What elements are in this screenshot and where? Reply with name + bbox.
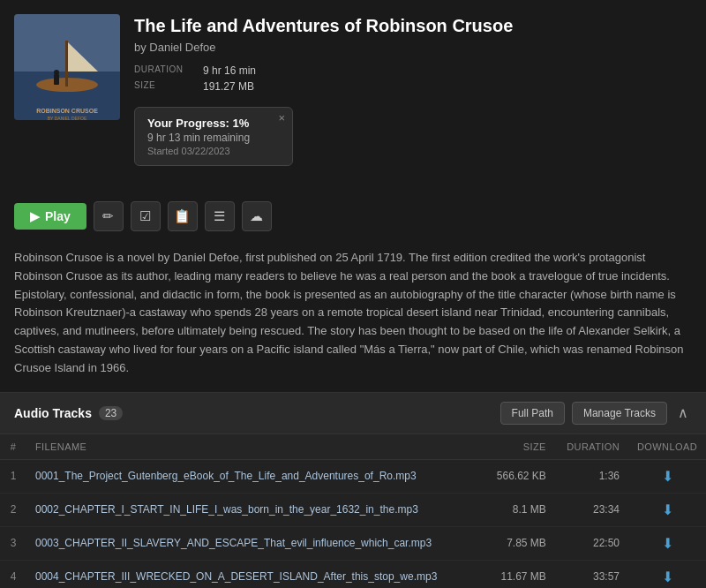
equalizer-button[interactable]: ☰	[205, 201, 235, 231]
bookmark-icon: 📋	[174, 208, 191, 224]
duration-label: DURATION	[134, 64, 196, 77]
track-num: 2	[0, 493, 26, 526]
svg-text:ROBINSON CRUSOE: ROBINSON CRUSOE	[36, 108, 98, 114]
col-filename: Filename	[26, 434, 485, 460]
top-section: ROBINSON CRUSOE BY DANIEL DEFOE The Life…	[0, 0, 706, 191]
equalizer-icon: ☰	[214, 208, 225, 224]
play-button[interactable]: ▶ Play	[14, 203, 86, 230]
full-path-button[interactable]: Full Path	[500, 402, 565, 425]
collapse-icon[interactable]: ∧	[674, 404, 692, 421]
tracks-table: # Filename Size Duration Download 1 0001…	[0, 434, 706, 588]
rss-icon: ☁	[250, 208, 263, 224]
rss-button[interactable]: ☁	[242, 201, 272, 231]
track-num: 4	[0, 560, 26, 588]
progress-popup: × Your Progress: 1% 9 hr 13 min remainin…	[134, 107, 293, 166]
track-size: 7.85 MB	[485, 526, 555, 560]
col-download: Download	[628, 434, 706, 460]
table-row: 1 0001_The_Project_Gutenberg_eBook_of_Th…	[0, 459, 706, 493]
progress-title: Your Progress: 1%	[147, 117, 280, 130]
track-download-cell: ⬇	[628, 493, 706, 526]
table-row: 3 0003_CHAPTER_II_SLAVERY_AND_ESCAPE_Tha…	[0, 526, 706, 560]
track-download-cell: ⬇	[628, 526, 706, 560]
size-row: SIZE 191.27 MB	[134, 80, 692, 93]
track-duration: 1:36	[555, 459, 628, 493]
play-icon: ▶	[30, 209, 40, 223]
track-filename[interactable]: 0001_The_Project_Gutenberg_eBook_of_The_…	[26, 459, 485, 493]
progress-remaining: 9 hr 13 min remaining	[147, 132, 280, 144]
size-label: SIZE	[134, 80, 196, 93]
track-filename[interactable]: 0004_CHAPTER_III_WRECKED_ON_A_DESERT_ISL…	[26, 560, 485, 588]
duration-row: DURATION 9 hr 16 min	[134, 64, 692, 77]
tracks-header: Audio Tracks 23 Full Path Manage Tracks …	[0, 393, 706, 434]
progress-started: Started 03/22/2023	[147, 146, 280, 156]
book-info: The Life and Adventures of Robinson Crus…	[134, 14, 692, 177]
track-download-cell: ⬇	[628, 560, 706, 588]
track-download-cell: ⬇	[628, 459, 706, 493]
download-icon[interactable]: ⬇	[662, 569, 673, 584]
cover-image: ROBINSON CRUSOE BY DANIEL DEFOE	[14, 14, 120, 120]
track-filename[interactable]: 0003_CHAPTER_II_SLAVERY_AND_ESCAPE_That_…	[26, 526, 485, 560]
tracks-header-right: Full Path Manage Tracks ∧	[500, 402, 692, 425]
book-title: The Life and Adventures of Robinson Crus…	[134, 14, 692, 37]
col-duration: Duration	[555, 434, 628, 460]
col-size: Size	[485, 434, 555, 460]
tracks-count: 23	[99, 406, 123, 420]
track-num: 3	[0, 526, 26, 560]
track-size: 11.67 MB	[485, 560, 555, 588]
track-filename[interactable]: 0002_CHAPTER_I_START_IN_LIFE_I_was_born_…	[26, 493, 485, 526]
play-label: Play	[45, 209, 71, 223]
track-size: 566.62 KB	[485, 459, 555, 493]
check-button[interactable]: ☑	[131, 201, 161, 231]
download-icon[interactable]: ⬇	[662, 469, 673, 484]
tracks-title: Audio Tracks	[14, 406, 92, 420]
track-duration: 22:50	[555, 526, 628, 560]
check-icon: ☑	[139, 208, 151, 224]
track-duration: 33:57	[555, 560, 628, 588]
edit-button[interactable]: ✏	[94, 201, 124, 231]
pencil-icon: ✏	[102, 208, 114, 224]
manage-tracks-button[interactable]: Manage Tracks	[572, 402, 667, 425]
book-description: Robinson Crusoe is a novel by Daniel Def…	[0, 242, 706, 392]
table-row: 4 0004_CHAPTER_III_WRECKED_ON_A_DESERT_I…	[0, 560, 706, 588]
track-size: 8.1 MB	[485, 493, 555, 526]
tracks-section: Audio Tracks 23 Full Path Manage Tracks …	[0, 392, 706, 588]
download-icon[interactable]: ⬇	[662, 536, 673, 551]
table-header-row: # Filename Size Duration Download	[0, 434, 706, 460]
track-num: 1	[0, 459, 26, 493]
svg-rect-6	[54, 74, 59, 85]
close-icon[interactable]: ×	[278, 111, 285, 124]
book-author: by Daniel Defoe	[134, 41, 692, 54]
size-value: 191.27 MB	[203, 80, 254, 93]
table-row: 2 0002_CHAPTER_I_START_IN_LIFE_I_was_bor…	[0, 493, 706, 526]
svg-point-7	[54, 70, 59, 75]
bookmark-button[interactable]: 📋	[168, 201, 198, 231]
download-icon[interactable]: ⬇	[662, 502, 673, 517]
svg-rect-4	[65, 41, 68, 87]
duration-value: 9 hr 16 min	[203, 64, 256, 77]
svg-text:BY DANIEL DEFOE: BY DANIEL DEFOE	[48, 116, 87, 120]
col-num: #	[0, 434, 26, 460]
toolbar: ▶ Play ✏ ☑ 📋 ☰ ☁	[0, 191, 706, 242]
track-duration: 23:34	[555, 493, 628, 526]
